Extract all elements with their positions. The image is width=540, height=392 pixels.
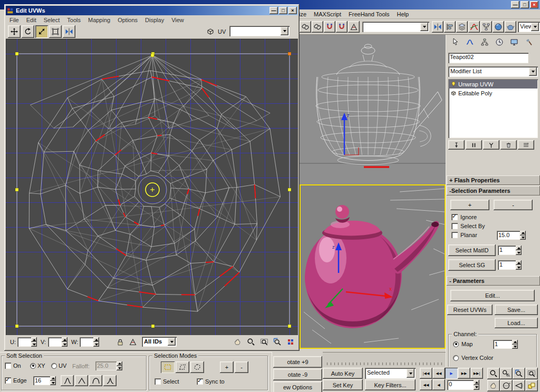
main-maximize-button[interactable]: □ [520,1,529,8]
planar-angle-spinner[interactable]: 15.0 [497,231,526,240]
shrink-selection-button[interactable]: - [494,200,533,210]
teapot-shaded [305,205,439,328]
ignore-label: Ignore [460,214,477,220]
menu-item[interactable]: View [168,16,188,24]
viewport-perspective[interactable]: z x [300,184,446,349]
edge-spinner[interactable]: 16 [33,376,56,385]
soft-uv-radio[interactable] [51,363,57,369]
menu-item[interactable]: Display [141,16,168,24]
zoom-region-icon [260,338,268,346]
edit-uvws-button[interactable]: Edit... [450,290,535,301]
grow-selection-button[interactable]: + [450,200,489,210]
rotate-tool-button[interactable] [22,25,34,38]
map-channel-value[interactable]: 1 [493,340,512,349]
save-uvws-button[interactable]: Save... [495,305,538,315]
select-element-checkbox[interactable] [155,378,161,385]
soft-xy-radio[interactable] [30,363,36,369]
sg-value[interactable]: 1 [498,260,516,270]
playback-button[interactable]: ▶ [445,368,458,379]
freeform-tool-button[interactable] [49,25,62,38]
vertex-color-radio[interactable] [453,355,459,361]
menu-item[interactable]: FreeHand Tools [345,10,393,18]
select-by-checkbox[interactable] [451,223,458,229]
viewport-front[interactable]: z [300,35,446,184]
stack-item-editable-poly[interactable]: Editable Poly [449,89,537,97]
uvw-close-button[interactable]: × [288,7,297,14]
menu-item[interactable]: MAXScript [310,10,345,18]
menu-item[interactable]: Tools [63,16,84,24]
v-spinner[interactable] [48,337,68,347]
unlink-icon [313,23,322,31]
main-minimize-button[interactable]: — [511,1,519,8]
key-filters-button[interactable]: Key Filters... [365,379,416,390]
key-step-button[interactable]: ◀◀ [420,379,432,390]
select-sg-button[interactable]: Select SG [448,259,496,271]
auto-key-button[interactable]: Auto Key [323,368,363,379]
falloff-value[interactable]: 25.0 [95,361,117,370]
load-uvws-button[interactable]: Load... [495,318,538,328]
uvw-maximize-button[interactable]: □ [279,7,287,14]
uv-editor-canvas[interactable] [6,39,298,335]
menu-item[interactable]: Edit [23,16,40,24]
rotate-tool-button[interactable]: otate -9 [273,369,322,380]
uvw-minimize-button[interactable]: — [269,7,278,14]
planar-angle-value[interactable]: 15.0 [497,231,520,240]
playback-button[interactable]: ◀◀ [432,368,445,379]
edge-value[interactable]: 16 [33,376,50,385]
playback-button[interactable]: ▶▶ [458,368,470,379]
key-step-button[interactable]: ◀ [432,379,445,390]
menu-item[interactable]: File [6,16,23,24]
current-frame-spinner[interactable]: 0 [447,380,479,390]
map-channel-spinner[interactable]: 1 [493,340,518,349]
reset-uvws-button[interactable]: Reset UVWs [447,305,493,315]
matid-value[interactable]: 1 [498,246,516,255]
stack-item-unwrap-uvw[interactable]: Unwrap UVW [449,80,537,89]
view-dropdown[interactable]: View [518,22,540,32]
uv-space-dropdown[interactable] [229,26,290,36]
menu-item[interactable]: Help [393,10,412,18]
set-key-button[interactable]: Set Key [323,379,363,390]
move-tool-button[interactable] [8,25,21,38]
shrink-uv-button[interactable]: - [235,361,248,373]
menu-item[interactable]: Select [40,16,64,24]
rotate-tool-button[interactable]: ew Options [273,381,322,392]
playback-button[interactable]: ▶▶| [470,368,483,379]
grow-uv-button[interactable]: + [220,361,234,373]
material-id-filter-dropdown[interactable]: All IDs [142,337,177,347]
bulb-icon[interactable] [450,81,457,87]
falloff-spinner[interactable]: 25.0 [95,361,122,370]
track-bar[interactable] [323,352,446,367]
sync-to-checkbox[interactable] [197,378,203,385]
lock-selection-button[interactable] [114,337,126,347]
edit-uvws-titlebar[interactable]: Edit UVWs — □ × [6,6,298,15]
w-spinner[interactable] [80,337,99,347]
modify-tab-icon [466,38,474,46]
named-selection-dropdown[interactable] [362,22,429,32]
ignore-checkbox[interactable] [451,214,458,220]
edge-checkbox[interactable] [5,377,11,384]
rotate-tool-button[interactable]: otate +9 [273,356,322,368]
marquee-poly-icon [178,363,187,371]
main-close-button[interactable]: × [530,1,538,8]
menu-item[interactable]: Options [114,16,141,24]
rollout-selection-parameters[interactable]: -Selection Parameters [447,186,540,195]
map-radio[interactable] [453,341,459,347]
planar-checkbox[interactable] [451,232,458,238]
modifier-list-dropdown[interactable]: Modifier List [448,66,538,77]
mirror-tool-button[interactable] [63,25,75,38]
current-frame-value[interactable]: 0 [447,380,474,390]
soft-on-checkbox[interactable] [5,362,11,369]
menu-item[interactable]: Mapping [84,16,114,24]
matid-spinner[interactable]: 1 [498,246,522,255]
sg-spinner[interactable]: 1 [498,260,522,270]
rollout-parameters[interactable]: - Parameters [447,276,540,286]
object-name-field[interactable]: Teapot02 [448,53,528,63]
measure-button[interactable] [127,337,139,347]
u-spinner[interactable] [17,337,37,347]
playback-button[interactable]: |◀◀ [420,368,432,379]
rollout-flash-properties[interactable]: + Flash Properties [447,175,540,185]
cube-icon[interactable] [450,90,457,96]
scale-tool-button[interactable] [35,25,48,38]
select-matid-button[interactable]: Select MatID [448,244,496,256]
key-selection-dropdown[interactable]: Selected [365,368,416,379]
